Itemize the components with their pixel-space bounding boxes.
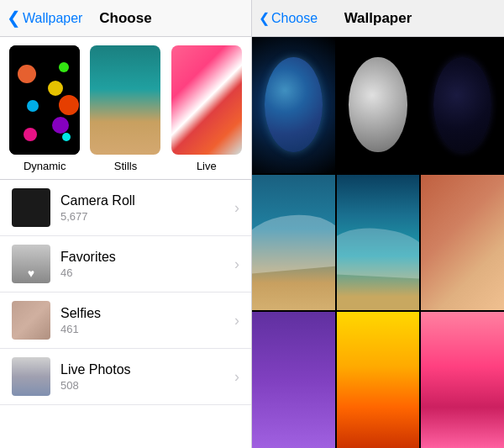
- live-photos-thumbnail: [12, 357, 50, 396]
- right-back-label: Choose: [271, 11, 318, 26]
- stills-thumbnail: [90, 45, 160, 155]
- left-nav-bar: ❮ Wallpaper Choose: [0, 0, 251, 37]
- selfies-thumbnail: [12, 301, 50, 340]
- wallpaper-grid: [252, 37, 504, 448]
- selfies-text: Selfies 461: [60, 306, 229, 335]
- categories-row: Dynamic Stills Live: [0, 45, 251, 172]
- wallpaper-moon[interactable]: [337, 37, 420, 173]
- camera-roll-text: Camera Roll 5,677: [60, 193, 229, 223]
- stills-label: Stills: [114, 160, 137, 172]
- left-back-button[interactable]: ❮ Wallpaper: [7, 10, 82, 26]
- favorites-title: Favorites: [60, 250, 229, 265]
- wallpaper-night-earth[interactable]: [421, 37, 504, 173]
- left-back-label: Wallpaper: [23, 11, 82, 26]
- wallpaper-wave1[interactable]: [252, 175, 335, 311]
- heart-icon: ♥: [28, 266, 34, 280]
- live-thumbnail: [171, 45, 242, 155]
- live-photos-text: Live Photos 508: [60, 362, 229, 392]
- dots-bg: [9, 45, 80, 155]
- right-nav-bar: ❮ Choose Wallpaper: [252, 0, 504, 37]
- category-dynamic[interactable]: Dynamic: [7, 45, 82, 172]
- wallpaper-wave2[interactable]: [337, 175, 420, 311]
- selfies-chevron-icon: ›: [234, 312, 239, 329]
- right-chevron-icon: ❮: [259, 10, 270, 26]
- list-item-selfies[interactable]: Selfies 461 ›: [0, 293, 251, 349]
- left-panel: ❮ Wallpaper Choose: [0, 0, 252, 448]
- wallpaper-earth[interactable]: [252, 37, 335, 173]
- categories-section: Dynamic Stills Live: [0, 37, 251, 180]
- live-label: Live: [197, 160, 217, 172]
- right-panel: ❮ Choose Wallpaper: [252, 0, 504, 448]
- wallpaper-pink-flower[interactable]: [421, 312, 504, 448]
- favorites-count: 46: [60, 266, 229, 279]
- list-item-favorites[interactable]: ♥ Favorites 46 ›: [0, 236, 251, 293]
- live-photos-count: 508: [60, 379, 229, 392]
- left-nav-title: Choose: [99, 10, 151, 27]
- camera-roll-thumbnail: [12, 188, 50, 227]
- wallpaper-purple[interactable]: [252, 312, 335, 448]
- dynamic-label: Dynamic: [24, 160, 66, 172]
- live-photos-title: Live Photos: [60, 362, 229, 377]
- selfies-title: Selfies: [60, 306, 229, 321]
- left-chevron-icon: ❮: [7, 9, 21, 26]
- camera-roll-count: 5,677: [60, 210, 229, 223]
- list-item-live-photos[interactable]: Live Photos 508 ›: [0, 349, 251, 405]
- wallpaper-abstract[interactable]: [421, 175, 504, 311]
- right-back-button[interactable]: ❮ Choose: [259, 10, 318, 26]
- right-nav-title: Wallpaper: [344, 10, 412, 27]
- category-stills[interactable]: Stills: [87, 45, 163, 172]
- selfies-count: 461: [60, 323, 229, 335]
- favorites-chevron-icon: ›: [234, 256, 239, 273]
- live-photos-chevron-icon: ›: [234, 368, 239, 386]
- favorites-thumbnail: ♥: [12, 245, 50, 283]
- dynamic-thumbnail: [9, 45, 80, 155]
- list-item-camera-roll[interactable]: Camera Roll 5,677 ›: [0, 180, 251, 236]
- camera-roll-title: Camera Roll: [60, 193, 229, 208]
- camera-roll-chevron-icon: ›: [234, 199, 239, 217]
- wallpaper-red-flower[interactable]: [337, 312, 420, 448]
- albums-list: Camera Roll 5,677 › ♥ Favorites 46 › Sel…: [0, 180, 251, 448]
- favorites-text: Favorites 46: [60, 250, 229, 279]
- category-live[interactable]: Live: [169, 45, 244, 172]
